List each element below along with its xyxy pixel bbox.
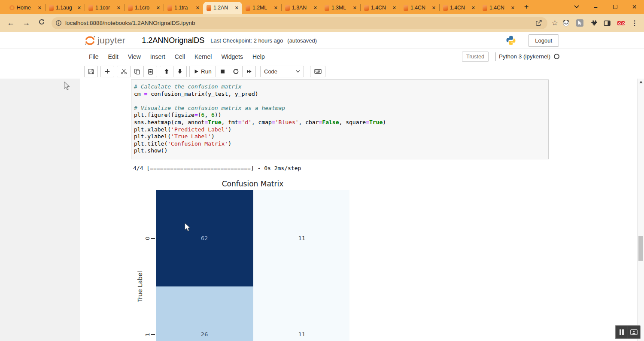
kernel-status-icon — [554, 54, 559, 59]
tab-close-icon[interactable]: ✕ — [392, 5, 397, 11]
page-scrollbar[interactable] — [637, 79, 644, 341]
copy-cell-button[interactable] — [130, 66, 144, 77]
tab-close-icon[interactable]: ✕ — [234, 5, 240, 11]
tab-close-icon[interactable]: ✕ — [431, 5, 437, 11]
browser-tab-10-14cn[interactable]: 1.4CN✕ — [400, 2, 439, 14]
extensions-puzzle-icon[interactable] — [590, 19, 597, 27]
browser-address-bar: ← → localhost:8888/notebooks/1.2ANNOrign… — [0, 14, 644, 32]
pointer-extension-icon[interactable] — [576, 19, 583, 27]
back-button[interactable]: ← — [5, 18, 16, 27]
tab-title: 1.2ML — [252, 5, 271, 11]
tab-close-icon[interactable]: ✕ — [273, 5, 279, 11]
forward-button[interactable]: → — [21, 18, 32, 27]
page: Home✕1.1aug✕1.1cor✕1.1cro✕1.1tra✕1.2AN✕1… — [0, 0, 644, 341]
menu-kernel[interactable]: Kernel — [190, 53, 216, 60]
tab-close-icon[interactable]: ✕ — [155, 5, 161, 11]
tab-list: Home✕1.1aug✕1.1cor✕1.1cro✕1.1tra✕1.2AN✕1… — [6, 2, 518, 14]
paste-icon — [147, 68, 154, 75]
notebook-favicon — [246, 5, 250, 11]
cut-cell-button[interactable] — [117, 66, 131, 77]
kernel-name: Python 3 (ipykernel) — [499, 53, 550, 60]
play-icon — [194, 69, 199, 74]
menu-insert[interactable]: Insert — [146, 53, 170, 60]
url-omnibox[interactable]: localhost:8888/notebooks/1.2ANNOrignalDS… — [52, 17, 547, 29]
copy-icon — [134, 68, 140, 75]
cell-type-value: Code — [264, 68, 277, 75]
interrupt-kernel-button[interactable] — [216, 66, 229, 77]
menu-edit[interactable]: Edit — [103, 53, 123, 60]
confusion-matrix-heatmap: 62 11 26 11 — [156, 190, 349, 341]
browser-tab-4-11tra[interactable]: 1.1tra✕ — [164, 2, 203, 14]
tab-close-icon[interactable]: ✕ — [195, 5, 200, 11]
cell-type-dropdown[interactable]: Code — [260, 66, 304, 77]
red-badge-extension-icon[interactable] — [617, 21, 625, 25]
kernel-divider — [495, 52, 496, 61]
scrollbar-thumb[interactable] — [638, 236, 643, 261]
menu-view[interactable]: View — [123, 53, 146, 60]
browser-tab-7-13an[interactable]: 1.3AN✕ — [282, 2, 321, 14]
browser-tab-2-11cor[interactable]: 1.1cor✕ — [85, 2, 124, 14]
browser-tab-6-12ml[interactable]: 1.2ML✕ — [242, 2, 281, 14]
command-palette-button[interactable] — [310, 66, 325, 77]
browser-tab-5-12an[interactable]: 1.2AN✕ — [203, 2, 242, 14]
code-cell[interactable]: # Calculate the confusion matrixcm = con… — [131, 79, 549, 159]
move-cell-down-button[interactable] — [173, 66, 187, 77]
tab-close-icon[interactable]: ✕ — [116, 5, 122, 11]
jupyter-logo[interactable]: jupyter — [84, 35, 125, 46]
window-maximize-button[interactable] — [605, 0, 625, 13]
tab-close-icon[interactable]: ✕ — [510, 5, 516, 11]
new-tab-button[interactable]: + — [521, 1, 532, 12]
share-icon[interactable] — [535, 20, 542, 26]
add-cell-button[interactable] — [100, 66, 114, 77]
tab-title: 1.2AN — [213, 5, 232, 11]
menu-file[interactable]: File — [84, 53, 103, 60]
restart-run-all-button[interactable] — [242, 66, 256, 77]
run-cell-button[interactable]: Run — [189, 66, 216, 77]
browser-tab-8-13ml[interactable]: 1.3ML✕ — [321, 2, 360, 14]
notebook-favicon — [364, 5, 369, 11]
reload-button[interactable] — [36, 18, 47, 27]
browser-tab-11-14cn[interactable]: 1.4CN✕ — [440, 2, 479, 14]
restart-icon — [233, 68, 239, 75]
window-minimize-button[interactable]: – — [586, 0, 605, 13]
menu-help[interactable]: Help — [248, 53, 270, 60]
menu-cell[interactable]: Cell — [170, 53, 190, 60]
tab-close-icon[interactable]: ✕ — [313, 5, 318, 11]
tab-title: 1.1tra — [174, 5, 193, 11]
save-button[interactable] — [84, 66, 98, 77]
side-panel-icon[interactable] — [604, 20, 611, 27]
restart-kernel-button[interactable] — [229, 66, 243, 77]
browser-menu-dots-icon[interactable]: ⋮ — [631, 19, 638, 27]
chevron-down-icon — [296, 70, 300, 73]
logout-button[interactable]: Logout — [528, 34, 559, 47]
notebook-favicon — [49, 5, 54, 11]
browser-tab-0-home[interactable]: Home✕ — [6, 2, 45, 14]
tab-close-icon[interactable]: ✕ — [352, 5, 358, 11]
window-close-button[interactable]: ✕ — [625, 0, 644, 13]
bookmark-star-icon[interactable]: ☆ — [552, 18, 558, 27]
browser-tab-12-14cn[interactable]: 1.4CN✕ — [479, 2, 518, 14]
tab-close-icon[interactable]: ✕ — [37, 5, 43, 11]
python-logo-icon — [506, 35, 516, 46]
browser-tab-3-11cro[interactable]: 1.1cro✕ — [125, 2, 164, 14]
notebook-title[interactable]: 1.2ANNOrignalDS — [142, 36, 204, 45]
scrollbar-up-arrow-icon[interactable] — [639, 81, 643, 83]
recorder-pause-button[interactable] — [616, 326, 628, 338]
code-area[interactable]: # Calculate the confusion matrixcm = con… — [134, 83, 546, 155]
tab-close-icon[interactable]: ✕ — [76, 5, 82, 11]
recorder-camera-button[interactable] — [628, 326, 640, 338]
url-text[interactable]: localhost:8888/notebooks/1.2ANNOrignalDS… — [65, 20, 532, 26]
y-tick-label-1: 1 — [144, 331, 151, 338]
browser-tab-1-11aug[interactable]: 1.1aug✕ — [46, 2, 85, 14]
autosave-status: (autosaved) — [287, 37, 317, 44]
site-info-icon[interactable] — [55, 20, 62, 26]
menu-widgets[interactable]: Widgets — [216, 53, 248, 60]
pause-icon — [620, 329, 624, 335]
maximize-icon — [613, 5, 617, 9]
panda-extension-icon[interactable] — [562, 20, 570, 27]
browser-tab-9-14cn[interactable]: 1.4CN✕ — [361, 2, 400, 14]
tab-search-chevron-icon[interactable] — [567, 0, 586, 13]
tab-close-icon[interactable]: ✕ — [471, 5, 476, 11]
paste-cell-button[interactable] — [143, 66, 157, 77]
move-cell-up-button[interactable] — [160, 66, 173, 77]
